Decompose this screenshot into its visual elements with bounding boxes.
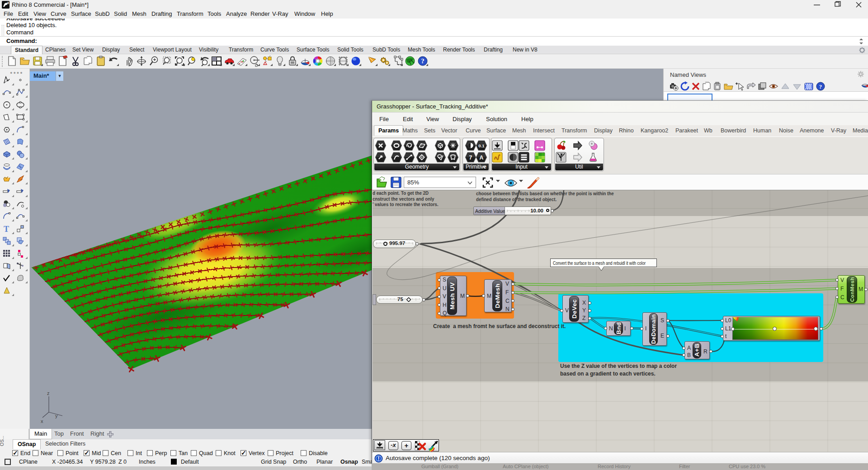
svg-text:A: A [480,155,484,161]
svg-text:T: T [4,225,9,234]
svg-text:0.1: 0.1 [478,143,485,148]
svg-text:!: ! [378,456,380,462]
svg-text:y: y [55,413,58,418]
svg-text:x: x [41,418,43,424]
svg-text:7: 7 [469,155,472,161]
svg-text:8: 8 [7,1,9,5]
svg-text:?: ? [819,83,822,90]
svg-text:?: ? [421,57,425,65]
svg-text:z: z [47,390,50,396]
